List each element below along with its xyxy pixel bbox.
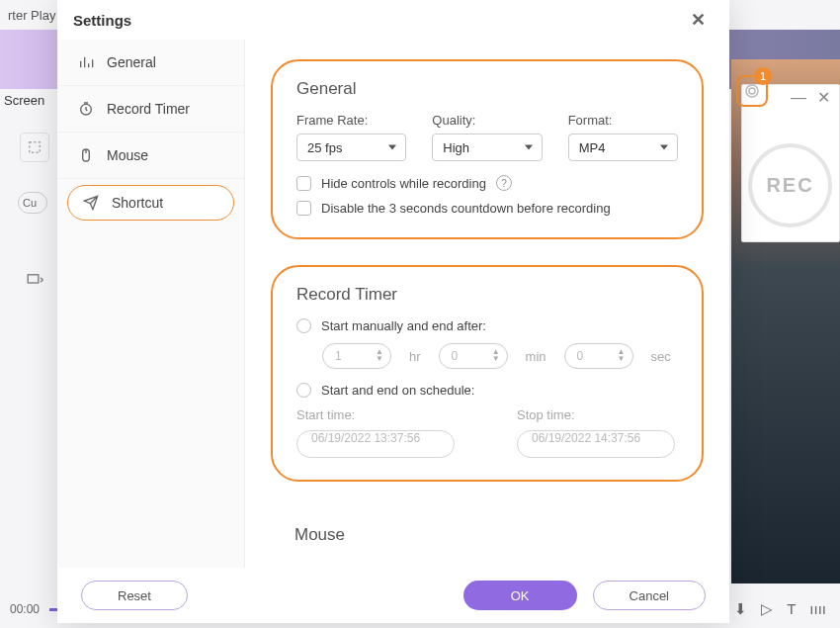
hr-spinner[interactable]: 1▲▼ (322, 343, 391, 369)
min-spinner[interactable]: 0▲▼ (439, 343, 508, 369)
export-icon[interactable] (20, 265, 49, 295)
stop-time-label: Stop time: (517, 407, 678, 422)
sidebar-item-label: General (107, 54, 156, 70)
chart-icon (77, 53, 95, 71)
stop-time-input[interactable]: 06/19/2022 14:37:56 (517, 430, 675, 458)
crop-region-icon[interactable] (20, 133, 49, 162)
mouse-icon (77, 146, 95, 164)
sidebar-item-label: Shortcut (112, 195, 163, 211)
sec-spinner[interactable]: 0▲▼ (564, 343, 633, 369)
ok-button[interactable]: OK (463, 581, 577, 610)
svg-point-3 (746, 85, 758, 97)
modal-title: Settings (73, 12, 131, 29)
quality-label: Quality: (432, 113, 542, 128)
schedule-label: Start and end on schedule: (321, 383, 474, 398)
cancel-button[interactable]: Cancel (593, 581, 706, 610)
svg-rect-0 (30, 142, 41, 153)
bg-app-title: rter Play (0, 0, 63, 30)
notification-badge-button[interactable]: 1 (736, 75, 768, 107)
timeline-time: 00:00 (0, 602, 49, 616)
paper-plane-icon (82, 194, 100, 212)
cut-button[interactable]: Cu (18, 192, 47, 214)
settings-modal: Settings ✕ General Record Timer Mous (57, 0, 729, 623)
sidebar-item-record-timer[interactable]: Record Timer (57, 86, 244, 133)
badge-count: 1 (754, 67, 772, 85)
frame-rate-select[interactable]: 25 fps (296, 134, 406, 161)
hide-controls-checkbox[interactable] (296, 176, 311, 191)
sidebar-item-shortcut[interactable]: Shortcut (67, 185, 234, 221)
settings-sidebar: General Record Timer Mouse Shortcut (57, 40, 245, 568)
manual-label: Start manually and end after: (321, 318, 486, 333)
settings-content: General Frame Rate: 25 fps Quality: High… (245, 40, 729, 568)
help-icon[interactable]: ? (496, 175, 512, 191)
quality-select[interactable]: High (432, 134, 542, 161)
disable-countdown-label: Disable the 3 seconds countdown before r… (321, 201, 611, 216)
trim-icon[interactable]: ▷ (761, 600, 773, 618)
modal-footer: Reset OK Cancel (57, 568, 729, 623)
mouse-section: Mouse (271, 507, 704, 545)
minimize-icon[interactable]: — (791, 91, 804, 105)
record-timer-section: Record Timer Start manually and end afte… (271, 265, 704, 482)
close-icon[interactable]: ✕ (683, 5, 714, 35)
close-window-icon[interactable]: ✕ (816, 91, 830, 105)
svg-point-2 (749, 88, 755, 94)
disable-countdown-checkbox[interactable] (296, 201, 311, 216)
text-tool-icon[interactable]: T (787, 600, 796, 618)
general-section: General Frame Rate: 25 fps Quality: High… (271, 59, 704, 239)
record-timer-title: Record Timer (296, 285, 678, 305)
audio-wave-icon[interactable]: ıııı (809, 600, 826, 618)
start-time-label: Start time: (296, 407, 458, 422)
frame-rate-label: Frame Rate: (296, 113, 406, 128)
general-title: General (296, 79, 678, 99)
sidebar-item-label: Mouse (107, 147, 148, 163)
manual-radio[interactable] (296, 318, 311, 333)
screen-tab-label[interactable]: Screen (4, 93, 44, 108)
rec-button[interactable]: REC (748, 143, 832, 227)
modal-header: Settings ✕ (57, 0, 729, 40)
format-select[interactable]: MP4 (568, 134, 678, 161)
sidebar-item-label: Record Timer (107, 101, 190, 117)
schedule-radio[interactable] (296, 383, 311, 398)
format-label: Format: (568, 113, 678, 128)
sidebar-item-mouse[interactable]: Mouse (57, 133, 244, 179)
clock-icon (77, 100, 95, 118)
mouse-title: Mouse (294, 525, 680, 545)
svg-rect-1 (28, 275, 39, 283)
start-time-input[interactable]: 06/19/2022 13:37:56 (296, 430, 455, 458)
sidebar-item-general[interactable]: General (57, 40, 244, 86)
hide-controls-label: Hide controls while recording (321, 176, 486, 191)
down-icon[interactable]: ⬇ (734, 600, 747, 618)
reset-button[interactable]: Reset (81, 581, 188, 610)
